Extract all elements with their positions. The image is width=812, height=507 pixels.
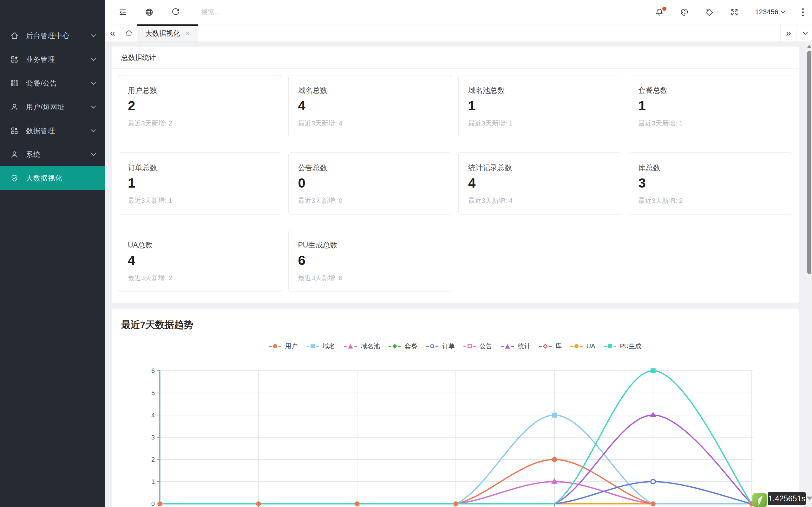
data-point-用户 — [454, 502, 458, 506]
stat-card-用户总数: 用户总数2最近3天新增: 2 — [118, 75, 282, 137]
legend-item-域名[interactable]: 域名 — [306, 342, 335, 350]
bell-icon[interactable] — [655, 8, 664, 16]
square-filled-marker-icon — [608, 344, 612, 348]
stat-card-公告总数: 公告总数0最近3天新增: 0 — [288, 153, 452, 215]
globe-icon[interactable] — [145, 8, 154, 16]
tag-icon[interactable] — [705, 8, 714, 16]
tab-big-data-visualization[interactable]: 大数据视化 × — [137, 24, 198, 42]
legend-label: 套餐 — [405, 342, 417, 350]
diamond-filled-marker-icon — [392, 344, 397, 349]
legend-item-库[interactable]: 库 — [539, 342, 562, 350]
stat-card-title: 公告总数 — [298, 163, 452, 173]
tabs-menu-button[interactable] — [796, 24, 812, 42]
stat-card-subtext: 最近3天新增: 4 — [468, 196, 622, 205]
sidebar-item-系统[interactable]: 系统 — [0, 143, 105, 166]
stat-card-subtext: 最近3天新增: 1 — [639, 119, 792, 128]
home-icon — [10, 32, 19, 40]
sidebar-item-大数据视化[interactable]: 大数据视化 — [0, 166, 105, 190]
data-point-用户 — [651, 502, 655, 506]
close-icon[interactable]: × — [185, 30, 190, 38]
stat-card-value: 4 — [468, 176, 622, 190]
data-point-用户 — [158, 502, 162, 506]
trend-title: 最近7天数据趋势 — [121, 319, 193, 331]
sidebar-item-业务管理[interactable]: 业务管理 — [0, 48, 105, 71]
stat-card-value: 3 — [639, 176, 792, 190]
stat-card-value: 1 — [128, 176, 282, 190]
chevron-down-icon — [91, 104, 96, 109]
legend-label: 域名池 — [361, 342, 380, 350]
legend-item-域名池[interactable]: 域名池 — [344, 342, 380, 350]
legend-label: 公告 — [479, 342, 492, 350]
refresh-icon[interactable] — [171, 8, 180, 16]
data-point-订单 — [651, 480, 655, 484]
y-axis-tick-label: 3 — [151, 434, 155, 441]
square-open-marker-icon — [467, 344, 472, 348]
legend-item-统计[interactable]: 统计 — [501, 342, 531, 350]
legend-label: 统计 — [518, 342, 531, 350]
vertical-scrollbar[interactable] — [807, 42, 812, 507]
kebab-menu-icon[interactable] — [800, 7, 806, 17]
debug-duration: 1.425651s — [768, 494, 805, 503]
stat-card-统计记录总数: 统计记录总数4最近3天新增: 4 — [458, 153, 622, 215]
user-icon — [10, 103, 19, 111]
circle-filled-marker-icon — [574, 344, 578, 348]
data-point-用户 — [256, 502, 261, 506]
stat-card-value: 1 — [639, 99, 792, 112]
trend-panel: 最近7天数据趋势 用户域名域名池套餐订单公告统计库UAPU生成 0123456 — [112, 309, 799, 507]
stat-card-subtext: 最近3天新增: 2 — [128, 274, 282, 282]
debug-toolbar-logo[interactable] — [752, 493, 767, 507]
stat-card-value: 2 — [128, 99, 282, 112]
shield-check-icon — [10, 174, 19, 182]
legend-dash — [570, 346, 573, 347]
data-point-用户 — [552, 457, 557, 462]
chart-legend: 用户域名域名池套餐订单公告统计库UAPU生成 — [112, 342, 799, 350]
palette-icon[interactable] — [680, 8, 689, 16]
legend-dash — [306, 346, 309, 347]
legend-item-PU生成[interactable]: PU生成 — [604, 342, 642, 350]
legend-item-公告[interactable]: 公告 — [463, 342, 492, 350]
legend-dash — [613, 346, 616, 347]
legend-item-订单[interactable]: 订单 — [426, 342, 455, 350]
chevron-down-icon — [803, 30, 808, 35]
tab-label: 大数据视化 — [145, 29, 180, 38]
stat-card-UA总数: UA总数4最近3天新增: 2 — [118, 230, 282, 292]
y-axis-tick-label: 1 — [151, 478, 155, 485]
sidebar-item-用户/短网址[interactable]: 用户/短网址 — [0, 95, 105, 119]
search-input[interactable] — [200, 8, 337, 16]
fullscreen-icon[interactable] — [730, 8, 739, 16]
chevron-down-icon — [91, 127, 96, 132]
stat-card-subtext: 最近3天新增: 0 — [298, 196, 452, 205]
sidebar-item-后台管理中心[interactable]: 后台管理中心 — [0, 24, 105, 48]
sidebar-item-数据管理[interactable]: 数据管理 — [0, 119, 105, 143]
stat-card-title: UA总数 — [128, 240, 282, 250]
trend-chart: 0123456 — [141, 364, 769, 507]
user-menu[interactable]: 123456 — [755, 8, 784, 16]
scrollbar-up-arrow-icon[interactable] — [807, 45, 811, 48]
y-axis-tick-label: 6 — [151, 367, 155, 374]
sidebar-item-label: 系统 — [26, 150, 41, 159]
tabs-scroll-left-button[interactable]: « — [105, 24, 120, 42]
stat-card-title: 套餐总数 — [639, 86, 792, 95]
legend-dash — [511, 346, 514, 347]
legend-dash — [580, 346, 583, 347]
stat-card-PU生成总数: PU生成总数6最近3天新增: 6 — [288, 230, 452, 292]
menu-fold-icon[interactable] — [119, 8, 127, 16]
stat-card-域名池总数: 域名池总数1最近3天新增: 1 — [458, 75, 622, 137]
scrollbar-thumb[interactable] — [807, 51, 811, 274]
stats-section-title: 总数据统计 — [112, 47, 799, 69]
stat-card-subtext: 最近3天新增: 4 — [298, 119, 452, 128]
sidebar-item-label: 数据管理 — [26, 126, 55, 135]
legend-dash — [316, 346, 319, 347]
home-tab-button[interactable] — [120, 24, 137, 42]
legend-dash — [436, 346, 438, 347]
debug-caret-icon[interactable] — [807, 497, 812, 500]
legend-item-用户[interactable]: 用户 — [269, 342, 298, 350]
legend-item-UA[interactable]: UA — [570, 343, 595, 350]
topbar-right: 123456 — [639, 7, 806, 17]
legend-item-套餐[interactable]: 套餐 — [389, 342, 417, 350]
sidebar-item-label: 业务管理 — [26, 55, 55, 64]
trend-chart-svg: 0123456 — [141, 364, 769, 507]
sidebar-item-套餐/公告[interactable]: 套餐/公告 — [0, 71, 105, 95]
tabs-scroll-right-button[interactable]: » — [780, 24, 796, 42]
stat-card-title: 订单总数 — [128, 163, 282, 173]
